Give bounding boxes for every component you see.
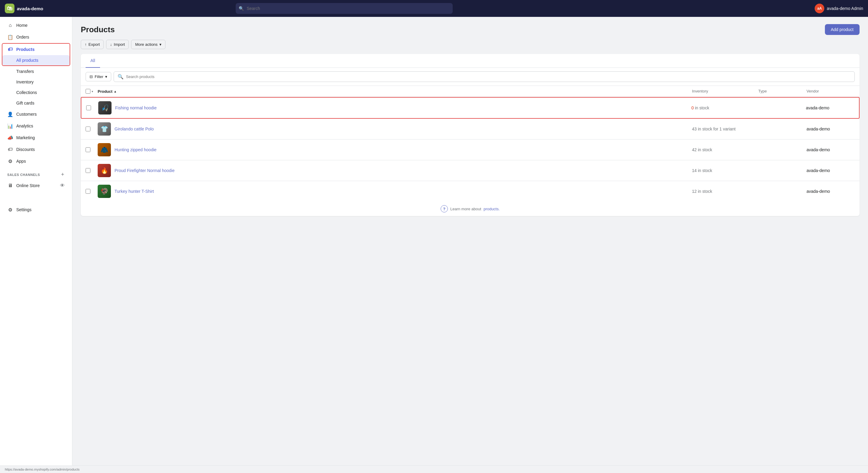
product-name-link[interactable]: Fishing normal hoodie <box>115 105 157 110</box>
product-cell: 🦃 Turkey hunter T-Shirt <box>98 185 692 198</box>
sidebar-item-label: Orders <box>16 35 29 39</box>
sidebar-item-transfers[interactable]: Transfers <box>2 66 70 76</box>
learn-more-bar: ? Learn more about products. <box>81 201 860 216</box>
product-thumbnail: 🎣 <box>98 101 112 115</box>
sidebar-item-products[interactable]: 🏷 Products <box>2 44 70 55</box>
search-input[interactable] <box>236 3 453 14</box>
product-cell: 🔥 Proud Firefighter Normal hoodie <box>98 164 692 177</box>
products-extra-submenu: Transfers Inventory Collections Gift car… <box>0 66 72 108</box>
sidebar-item-home[interactable]: ⌂ Home <box>2 20 70 31</box>
add-sales-channel-button[interactable]: + <box>60 171 65 178</box>
sidebar-item-customers[interactable]: 👤 Customers <box>2 108 70 120</box>
row-checkbox[interactable] <box>86 189 90 194</box>
sidebar-item-online-store[interactable]: 🖥 Online Store 👁 <box>2 180 70 191</box>
import-button[interactable]: ↓ Import <box>106 40 129 49</box>
product-name-link[interactable]: Turkey hunter T-Shirt <box>115 189 154 194</box>
sidebar: ⌂ Home 📋 Orders 🏷 Products All products … <box>0 17 72 466</box>
product-name-link[interactable]: Hunting zipped hoodie <box>115 147 156 152</box>
sidebar-item-label: Products <box>16 47 35 52</box>
vendor-cell: avada-demo <box>807 147 855 152</box>
learn-more-link[interactable]: products. <box>484 207 500 211</box>
sidebar-item-analytics[interactable]: 📊 Analytics <box>2 120 70 132</box>
product-name-link[interactable]: Girolando cattle Polo <box>115 127 154 131</box>
orders-icon: 📋 <box>7 34 13 40</box>
row-checkbox[interactable] <box>86 105 91 110</box>
help-icon: ? <box>441 205 448 212</box>
filter-bar: ⊟ Filter ▾ 🔍 <box>81 68 860 86</box>
inventory-cell: 12 in stock <box>692 189 758 194</box>
sidebar-item-all-products[interactable]: All products <box>2 55 70 65</box>
products-table: 🎣 Fishing normal hoodie 0 in stock avada… <box>81 97 860 201</box>
filter-button[interactable]: ⊟ Filter ▾ <box>86 72 111 81</box>
row-checkbox[interactable] <box>86 168 90 173</box>
sidebar-item-label: Collections <box>16 90 37 95</box>
sidebar-item-discounts[interactable]: 🏷 Discounts <box>2 144 70 155</box>
vendor-cell: avada-demo <box>807 127 855 131</box>
table-row: 🔥 Proud Firefighter Normal hoodie 14 in … <box>81 160 860 181</box>
status-bar: https://avada-demo.myshopify.com/admin/p… <box>0 466 868 473</box>
brand-logo[interactable]: 🛍 avada-demo <box>5 4 53 13</box>
inventory-cell: 43 in stock for 1 variant <box>692 127 758 131</box>
row-checkbox-cell[interactable] <box>86 168 98 173</box>
tabs-bar: All <box>81 54 860 68</box>
sidebar-item-gift-cards[interactable]: Gift cards <box>2 98 70 108</box>
row-checkbox-cell[interactable] <box>86 189 98 194</box>
more-actions-button[interactable]: More actions ▾ <box>131 40 165 49</box>
inventory-value: 14 in stock <box>692 168 712 173</box>
toolbar: ↑ Export ↓ Import More actions ▾ <box>81 40 860 49</box>
select-all-cell[interactable]: ▾ <box>86 89 98 94</box>
online-store-icon: 🖥 <box>7 183 13 189</box>
sidebar-item-label: Marketing <box>16 135 35 140</box>
discounts-icon: 🏷 <box>7 147 13 152</box>
product-search-bar[interactable]: 🔍 <box>114 71 855 82</box>
inventory-value: 42 in stock <box>692 147 712 152</box>
row-checkbox[interactable] <box>86 147 90 152</box>
sidebar-item-label: Home <box>16 23 27 28</box>
search-icon: 🔍 <box>239 6 244 11</box>
add-product-button[interactable]: Add product <box>825 24 860 35</box>
export-button[interactable]: ↑ Export <box>81 40 104 49</box>
vendor-cell: avada-demo <box>807 189 855 194</box>
column-type: Type <box>758 89 807 94</box>
user-menu[interactable]: aA avada-demo Admin <box>815 4 863 13</box>
inventory-value: 43 in stock for 1 variant <box>692 127 736 131</box>
row-checkbox-cell[interactable] <box>86 147 98 152</box>
row-checkbox-cell[interactable] <box>86 105 98 110</box>
sidebar-item-marketing[interactable]: 📣 Marketing <box>2 132 70 144</box>
sidebar-item-label: Settings <box>16 207 32 212</box>
chevron-down-icon: ▾ <box>159 42 161 47</box>
row-checkbox-cell[interactable] <box>86 127 98 131</box>
sidebar-item-orders[interactable]: 📋 Orders <box>2 31 70 43</box>
sort-icon: ▲ <box>114 90 117 93</box>
global-search[interactable]: 🔍 <box>236 3 453 14</box>
select-all-checkbox[interactable] <box>86 89 90 94</box>
inventory-value: 12 in stock <box>692 189 712 194</box>
product-thumbnail: 🧥 <box>98 143 111 156</box>
sidebar-item-apps[interactable]: ⚙ Apps <box>2 155 70 167</box>
table-row: 👕 Girolando cattle Polo 43 in stock for … <box>81 119 860 139</box>
product-thumb-icon: 🔥 <box>101 167 108 174</box>
product-thumb-icon: 🧥 <box>101 146 108 153</box>
product-cell: 🎣 Fishing normal hoodie <box>98 101 691 115</box>
product-thumbnail: 👕 <box>98 122 111 135</box>
products-submenu: All products <box>2 55 70 65</box>
main-content: Products Add product ↑ Export ↓ Import M… <box>72 17 868 466</box>
sidebar-item-collections[interactable]: Collections <box>2 87 70 98</box>
shopify-icon: 🛍 <box>5 4 14 13</box>
inventory-suffix: in stock <box>694 105 709 110</box>
sidebar-item-inventory[interactable]: Inventory <box>2 77 70 87</box>
select-dropdown-button[interactable]: ▾ <box>91 89 94 94</box>
product-name-link[interactable]: Proud Firefighter Normal hoodie <box>115 168 175 173</box>
sidebar-item-label: Discounts <box>16 147 35 152</box>
sidebar-item-label: All products <box>16 58 38 63</box>
sidebar-item-settings[interactable]: ⚙ Settings <box>2 204 70 215</box>
tab-all[interactable]: All <box>86 54 100 68</box>
vendor-cell: avada-demo <box>807 168 855 173</box>
marketing-icon: 📣 <box>7 135 13 141</box>
analytics-icon: 📊 <box>7 123 13 129</box>
sidebar-item-label: Customers <box>16 112 37 117</box>
product-thumbnail: 🔥 <box>98 164 111 177</box>
row-checkbox[interactable] <box>86 127 90 131</box>
product-search-input[interactable] <box>126 74 851 79</box>
search-icon: 🔍 <box>118 74 124 80</box>
